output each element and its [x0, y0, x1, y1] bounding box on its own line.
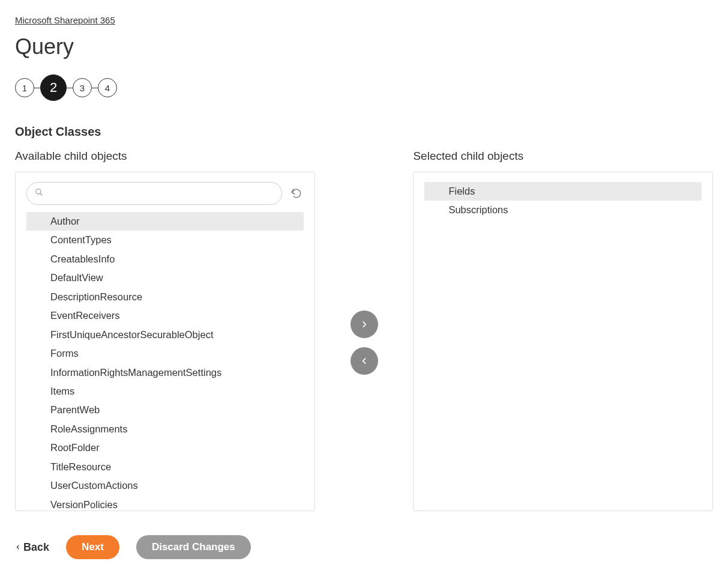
back-label: Back: [23, 541, 49, 554]
list-item[interactable]: EventReceivers: [26, 306, 304, 325]
step-3[interactable]: 3: [73, 78, 92, 97]
step-connector: [92, 88, 98, 88]
list-item[interactable]: InformationRightsManagementSettings: [26, 363, 304, 382]
list-item[interactable]: Fields: [424, 182, 702, 201]
search-input[interactable]: [26, 182, 282, 205]
move-left-button[interactable]: [350, 347, 378, 375]
list-item[interactable]: DefaultView: [26, 268, 304, 287]
list-item[interactable]: ContentTypes: [26, 231, 304, 249]
section-title-object-classes: Object Classes: [15, 125, 713, 139]
list-item[interactable]: Author: [26, 212, 304, 231]
refresh-button[interactable]: [289, 186, 304, 201]
selected-header: Selected child objects: [413, 150, 713, 163]
step-indicator: 1234: [15, 74, 713, 101]
list-item[interactable]: RoleAssignments: [26, 420, 304, 438]
step-4[interactable]: 4: [98, 78, 117, 97]
list-item[interactable]: DescriptionResource: [26, 288, 304, 306]
back-button[interactable]: Back: [15, 541, 49, 554]
selected-list: FieldsSubscriptions: [424, 182, 702, 220]
list-item[interactable]: FirstUniqueAncestorSecurableObject: [26, 326, 304, 344]
list-item[interactable]: Forms: [26, 344, 304, 363]
list-item[interactable]: RootFolder: [26, 438, 304, 457]
list-item[interactable]: CreatablesInfo: [26, 250, 304, 268]
page-title: Query: [15, 34, 713, 59]
list-item[interactable]: Subscriptions: [424, 201, 702, 219]
step-connector: [67, 88, 73, 88]
step-connector: [34, 88, 40, 88]
list-item[interactable]: Items: [26, 382, 304, 401]
chevron-left-icon: [15, 543, 21, 551]
breadcrumb-link[interactable]: Microsoft Sharepoint 365: [15, 15, 115, 25]
list-item[interactable]: VersionPolicies: [26, 496, 304, 514]
available-list: AuthorContentTypesCreatablesInfoDefaultV…: [26, 212, 304, 514]
list-item[interactable]: ParentWeb: [26, 401, 304, 419]
step-2[interactable]: 2: [40, 74, 67, 101]
step-1[interactable]: 1: [15, 78, 34, 97]
list-item[interactable]: UserCustomActions: [26, 476, 304, 495]
next-button[interactable]: Next: [66, 535, 119, 559]
chevron-left-icon: [360, 357, 369, 365]
discard-button[interactable]: Discard Changes: [136, 535, 251, 559]
available-header: Available child objects: [15, 150, 315, 163]
available-panel: AuthorContentTypesCreatablesInfoDefaultV…: [15, 172, 315, 511]
list-item[interactable]: TitleResource: [26, 458, 304, 476]
chevron-right-icon: [360, 320, 369, 329]
move-right-button[interactable]: [350, 311, 378, 338]
selected-panel: FieldsSubscriptions: [413, 172, 713, 511]
